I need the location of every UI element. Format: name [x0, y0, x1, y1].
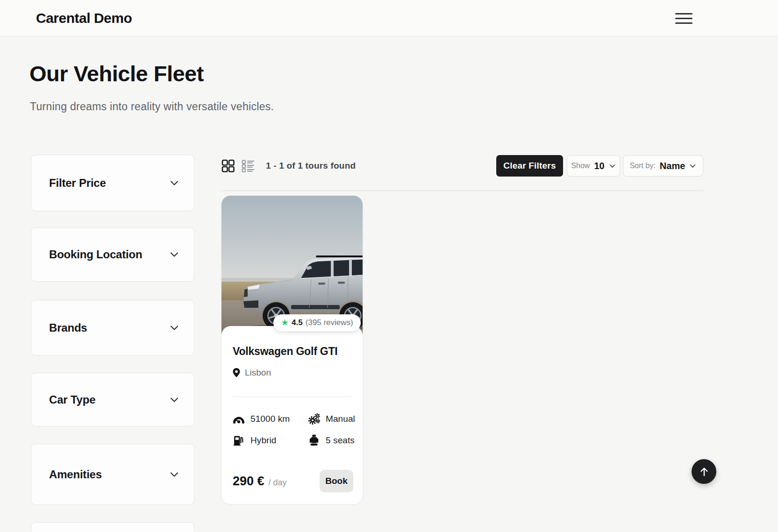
spec-label: Manual: [326, 414, 355, 424]
scroll-top-button[interactable]: [692, 459, 716, 484]
price-value: 290 €: [233, 474, 264, 489]
clear-filters-button[interactable]: Clear Filters: [496, 155, 563, 177]
location-row: Lisbon: [232, 368, 271, 378]
page-title: Our Vehicle Fleet: [29, 61, 204, 86]
hamburger-icon: [675, 13, 692, 14]
fuel-pump-icon: [233, 434, 245, 447]
filter-card-amenities[interactable]: Amenities: [31, 444, 194, 505]
spec-label: 5 seats: [326, 435, 355, 446]
arrow-up-icon: [698, 466, 710, 478]
filter-card-brands[interactable]: Brands: [31, 300, 194, 355]
filter-card-booking-location[interactable]: Booking Location: [31, 227, 194, 282]
spec-label: 51000 km: [250, 414, 290, 424]
card-title: Volkswagen Golf GTI: [233, 345, 338, 358]
header: Carental Demo: [0, 0, 778, 36]
location-label: Lisbon: [245, 368, 271, 378]
car-seat-icon: [308, 434, 320, 447]
filter-label: Filter Price: [31, 177, 106, 190]
menu-button[interactable]: [675, 11, 692, 26]
sort-value: Name: [660, 161, 685, 171]
car-card: ★ 4.5 (395 reviews) Volkswagen Golf GTI …: [221, 195, 363, 504]
spec-item-mileage: 51000 km: [233, 411, 308, 426]
rating-reviews: (395 reviews): [306, 318, 353, 327]
toolbar: 1 - 1 of 1 tours found Clear Filters Sho…: [221, 155, 703, 177]
filter-label: Amenities: [31, 468, 102, 481]
filter-card-price[interactable]: Filter Price: [31, 155, 194, 211]
price-unit: / day: [269, 478, 287, 488]
brand-logo: Carental Demo: [36, 10, 132, 26]
list-view-button[interactable]: [241, 159, 255, 173]
show-dropdown[interactable]: Show 10: [567, 155, 620, 177]
filter-label: Car Type: [31, 393, 95, 406]
rating-badge: ★ 4.5 (395 reviews): [273, 314, 361, 331]
spec-item-fuel: Hybrid: [233, 433, 308, 448]
hamburger-icon: [675, 22, 692, 24]
specs-grid: 51000 km Manual: [233, 411, 355, 448]
chevron-down-icon: [169, 177, 180, 189]
book-button[interactable]: Book: [320, 470, 353, 492]
grid-icon: [221, 159, 235, 173]
speedometer-icon: [233, 413, 245, 425]
chevron-down-icon: [169, 322, 180, 333]
star-icon: ★: [281, 318, 289, 327]
results-count: 1 - 1 of 1 tours found: [266, 161, 356, 171]
card-divider: [233, 397, 351, 397]
filter-label: Brands: [31, 321, 87, 334]
chevron-down-icon: [169, 249, 180, 260]
filter-card-car-type[interactable]: Car Type: [31, 373, 194, 426]
results-divider: [221, 191, 703, 191]
show-label: Show: [571, 162, 590, 170]
show-value: 10: [594, 161, 604, 171]
map-pin-icon: [232, 368, 241, 378]
sort-dropdown[interactable]: Sort by: Name: [623, 155, 703, 177]
chevron-down-icon: [169, 394, 180, 405]
price-cluster: 290 € / day: [233, 474, 287, 489]
sort-label: Sort by:: [630, 162, 656, 170]
chevron-down-icon: [169, 469, 180, 480]
spec-label: Hybrid: [250, 435, 277, 446]
rating-value: 4.5: [292, 318, 303, 327]
price-row: 290 € / day Book: [233, 468, 353, 494]
page-subtitle: Turning dreams into reality with versati…: [30, 100, 274, 113]
spec-item-seats: 5 seats: [308, 433, 355, 448]
filter-label: Booking Location: [31, 248, 142, 261]
list-icon: [241, 159, 255, 173]
grid-view-button[interactable]: [221, 159, 235, 173]
chevron-down-icon: [609, 163, 616, 170]
hamburger-icon: [675, 18, 692, 19]
page: Carental Demo Our Vehicle Fleet Turning …: [0, 0, 778, 532]
gears-icon: [308, 413, 320, 425]
chevron-down-icon: [689, 163, 696, 170]
filter-card-partial[interactable]: [31, 522, 194, 532]
spec-item-transmission: Manual: [308, 411, 355, 426]
